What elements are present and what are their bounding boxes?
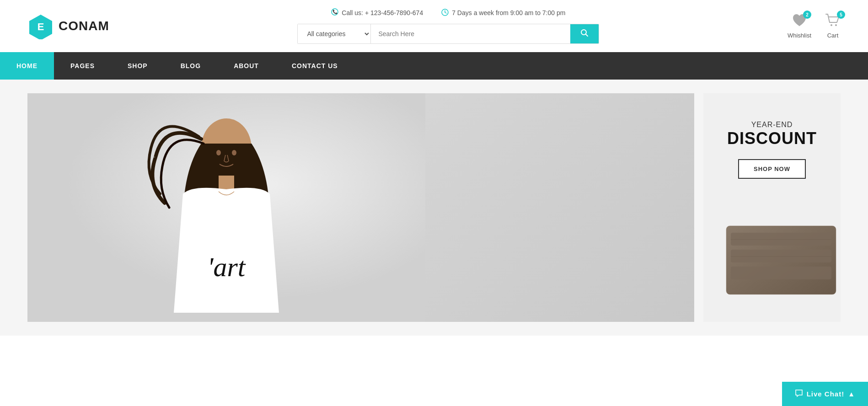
clock-icon [441, 9, 449, 17]
svg-point-17 [232, 150, 236, 155]
svg-rect-19 [731, 233, 831, 246]
year-end-promo: YEAR-END DISCOUNT SHOP NOW [727, 121, 817, 179]
heart-icon: 2 [792, 13, 807, 30]
category-select[interactable]: All categoriesFashionElectronicsBooksSpo… [298, 24, 371, 43]
nav-about[interactable]: ABOUT [217, 52, 275, 80]
svg-point-10 [835, 24, 837, 26]
hero-figure: 'art [27, 93, 694, 322]
wishlist-button[interactable]: 2 Whishlist [788, 13, 811, 39]
svg-line-8 [586, 34, 588, 36]
cart-badge: 5 [837, 11, 845, 19]
svg-line-6 [445, 12, 446, 13]
logo-hex-icon: E [27, 13, 54, 39]
sidebar-banner: YEAR-END DISCOUNT SHOP NOW [703, 93, 841, 322]
search-button[interactable] [570, 24, 599, 43]
phone-info: 📞 Call us: + 123-456-7890-674 [331, 8, 423, 17]
nav-home[interactable]: HOME [0, 52, 54, 80]
nav-contact[interactable]: CONTACT US [275, 52, 354, 80]
hero-banner: 'art [27, 93, 694, 322]
svg-rect-20 [731, 250, 831, 262]
svg-text:📞: 📞 [332, 9, 338, 15]
header-middle: 📞 Call us: + 123-456-7890-674 7 Days a w… [137, 8, 760, 44]
svg-text:E: E [38, 21, 44, 32]
wishlist-badge: 2 [803, 11, 811, 19]
nav-pages[interactable]: PAGES [54, 52, 111, 80]
logo-name: CONAM [59, 19, 109, 33]
nav-shop[interactable]: SHOP [111, 52, 164, 80]
search-bar: All categoriesFashionElectronicsBooksSpo… [297, 24, 599, 44]
svg-rect-21 [731, 267, 831, 279]
svg-point-16 [216, 150, 221, 155]
discount-label: DISCOUNT [727, 129, 817, 148]
hours-label: 7 Days a week from 9:00 am to 7:00 pm [452, 9, 565, 16]
search-input[interactable] [371, 24, 570, 43]
hours-info: 7 Days a week from 9:00 am to 7:00 pm [441, 9, 565, 17]
header-right: 2 Whishlist 5 Cart [788, 13, 841, 39]
nav-blog[interactable]: BLOG [164, 52, 217, 80]
phone-label: Call us: + 123-456-7890-674 [342, 9, 423, 16]
cart-icon: 5 [825, 13, 841, 30]
logo-area: E CONAM [27, 13, 109, 39]
year-end-label: YEAR-END [727, 121, 817, 129]
contact-info: 📞 Call us: + 123-456-7890-674 7 Days a w… [331, 8, 565, 17]
shop-now-button[interactable]: SHOP NOW [738, 159, 806, 179]
wallet-image [717, 212, 841, 304]
cart-button[interactable]: 5 Cart [825, 13, 841, 39]
svg-point-9 [830, 24, 832, 26]
main-content: 'art YEAR-END DISCOUNT [0, 80, 868, 336]
cart-label: Cart [827, 32, 839, 39]
top-bar: E CONAM 📞 Call us: + 123-456-7890-674 [0, 0, 868, 52]
main-nav: HOME PAGES SHOP BLOG ABOUT CONTACT US [0, 52, 868, 80]
wishlist-label: Whishlist [788, 32, 811, 39]
svg-text:'art: 'art [208, 252, 246, 282]
phone-icon: 📞 [331, 8, 338, 17]
